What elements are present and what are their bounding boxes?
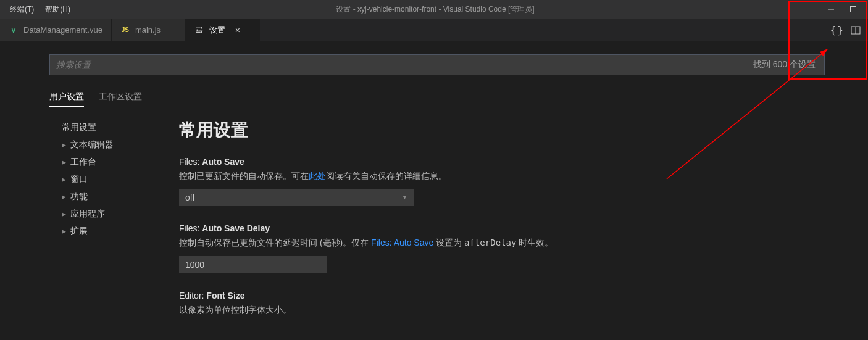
- select-value: off: [185, 193, 194, 202]
- window-controls: [826, 4, 863, 14]
- setting-description: 以像素为单位控制字体大小。: [179, 303, 812, 317]
- editor-tabs: V DataManagement.vue JS main.js 设置 × {}: [0, 19, 868, 42]
- tab-user-settings[interactable]: 用户设置: [49, 88, 84, 107]
- sidebar-item-workbench[interactable]: ▶ 工作台: [49, 155, 154, 169]
- javascript-icon: JS: [120, 25, 130, 35]
- sidebar-item-label: 文本编辑器: [70, 139, 114, 151]
- window-title: 设置 - xyj-vehicle-monitor-front - Visual …: [44, 4, 826, 15]
- tab-data-management[interactable]: V DataManagement.vue: [0, 19, 112, 41]
- chevron-right-icon: ▶: [62, 228, 68, 234]
- chevron-down-icon: ▼: [402, 194, 407, 201]
- settings-scope-tabs: 用户设置 工作区设置: [49, 88, 825, 107]
- svg-rect-2: [196, 27, 201, 28]
- tab-label: main.js: [135, 25, 161, 35]
- auto-save-select[interactable]: off ▼: [179, 189, 414, 206]
- setting-label: Editor: Font Size: [179, 291, 812, 301]
- setting-label-prefix: Files:: [179, 223, 202, 233]
- svg-point-5: [201, 27, 202, 28]
- tab-label: DataManagement.vue: [23, 25, 102, 35]
- sidebar-item-application[interactable]: ▶ 应用程序: [49, 207, 154, 221]
- settings-editor: 找到 600 个设置 用户设置 工作区设置 常用设置 ▶ 文本编辑器 ▶ 工作台…: [0, 42, 868, 340]
- desc-text: 控制已更新文件的自动保存。可在: [179, 171, 309, 181]
- search-result-count: 找到 600 个设置: [745, 59, 824, 70]
- svg-point-6: [196, 29, 198, 31]
- tab-settings[interactable]: 设置 ×: [186, 19, 260, 41]
- title-bar: 终端(T) 帮助(H) 设置 - xyj-vehicle-monitor-fro…: [0, 0, 868, 19]
- sidebar-item-text-editor[interactable]: ▶ 文本编辑器: [49, 138, 154, 152]
- tab-label: 设置: [209, 25, 225, 36]
- setting-label: Files: Auto Save: [179, 157, 812, 167]
- sidebar-item-label: 工作台: [70, 157, 96, 168]
- svg-rect-1: [851, 7, 856, 12]
- setting-label-prefix: Editor:: [179, 291, 206, 301]
- tab-workspace-settings[interactable]: 工作区设置: [99, 88, 142, 107]
- sidebar-item-features[interactable]: ▶ 功能: [49, 190, 154, 204]
- chevron-right-icon: ▶: [62, 194, 68, 200]
- maximize-button[interactable]: [848, 4, 858, 14]
- desc-text: 阅读有关自动保存的详细信息。: [326, 171, 447, 181]
- setting-label-key: Auto Save Delay: [202, 223, 270, 233]
- close-icon[interactable]: ×: [233, 25, 243, 35]
- setting-files-auto-save: Files: Auto Save 控制已更新文件的自动保存。可在此处阅读有关自动…: [179, 157, 812, 206]
- svg-rect-4: [196, 31, 201, 32]
- desc-text: 控制自动保存已更新文件的延迟时间 (毫秒)。仅在: [179, 238, 371, 247]
- auto-save-delay-input[interactable]: [179, 256, 327, 273]
- chevron-right-icon: ▶: [62, 211, 68, 217]
- setting-files-auto-save-delay: Files: Auto Save Delay 控制自动保存已更新文件的延迟时间 …: [179, 223, 812, 273]
- search-input[interactable]: [50, 55, 745, 75]
- sidebar-item-common[interactable]: 常用设置: [49, 121, 154, 135]
- setting-label: Files: Auto Save Delay: [179, 223, 812, 233]
- sidebar-item-label: 应用程序: [70, 209, 105, 220]
- sidebar-item-window[interactable]: ▶ 窗口: [49, 173, 154, 186]
- setting-editor-font-size: Editor: Font Size 以像素为单位控制字体大小。: [179, 291, 812, 323]
- settings-body: 常用设置 ▶ 文本编辑器 ▶ 工作台 ▶ 窗口 ▶ 功能 ▶ 应用程序: [49, 118, 825, 340]
- setting-description: 控制自动保存已更新文件的延迟时间 (毫秒)。仅在 Files: Auto Sav…: [179, 236, 812, 249]
- setting-label-prefix: Files:: [179, 157, 202, 167]
- search-container: 找到 600 个设置: [49, 54, 825, 75]
- setting-description: 控制已更新文件的自动保存。可在此处阅读有关自动保存的详细信息。: [179, 169, 812, 183]
- chevron-right-icon: ▶: [62, 176, 68, 183]
- settings-list: 常用设置 Files: Auto Save 控制已更新文件的自动保存。可在此处阅…: [179, 118, 825, 340]
- split-editor-icon[interactable]: [851, 25, 861, 35]
- sidebar-item-label: 窗口: [70, 174, 88, 185]
- minimize-button[interactable]: [826, 4, 836, 14]
- settings-toc: 常用设置 ▶ 文本编辑器 ▶ 工作台 ▶ 窗口 ▶ 功能 ▶ 应用程序: [49, 118, 154, 340]
- link-here[interactable]: 此处: [309, 171, 326, 181]
- link-auto-save[interactable]: Files: Auto Save: [371, 238, 433, 247]
- menu-terminal[interactable]: 终端(T): [5, 2, 39, 17]
- chevron-right-icon: ▶: [62, 159, 68, 165]
- sidebar-item-label: 常用设置: [53, 122, 96, 133]
- setting-label-key: Font Size: [206, 291, 244, 301]
- sidebar-item-label: 功能: [70, 191, 88, 202]
- code-literal: afterDelay: [464, 238, 516, 247]
- tab-main-js[interactable]: JS main.js: [112, 19, 186, 41]
- open-settings-json-icon[interactable]: {}: [830, 24, 845, 36]
- desc-text: 时生效。: [516, 238, 553, 247]
- svg-point-7: [201, 31, 202, 33]
- setting-label-key: Auto Save: [202, 157, 244, 167]
- settings-icon: [194, 25, 204, 35]
- chevron-right-icon: ▶: [62, 142, 68, 148]
- sidebar-item-extensions[interactable]: ▶ 扩展: [49, 225, 154, 238]
- svg-rect-3: [198, 30, 202, 30]
- section-heading: 常用设置: [179, 118, 812, 142]
- vue-icon: V: [9, 25, 19, 35]
- editor-actions: {}: [830, 19, 868, 41]
- desc-text: 设置为: [433, 238, 464, 247]
- sidebar-item-label: 扩展: [70, 226, 88, 237]
